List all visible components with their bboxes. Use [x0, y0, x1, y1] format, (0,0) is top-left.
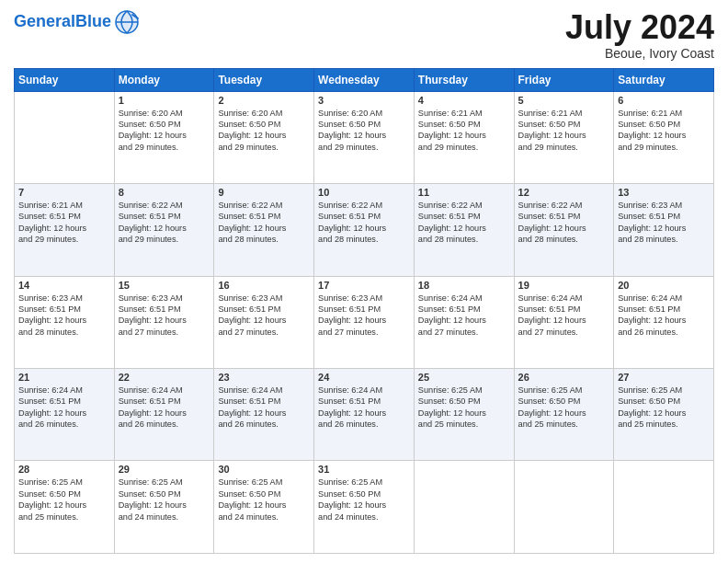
calendar-cell: 5Sunrise: 6:21 AM Sunset: 6:50 PM Daylig…: [514, 91, 614, 183]
day-content: Sunrise: 6:22 AM Sunset: 6:51 PM Dayligh…: [119, 200, 210, 246]
day-content: Sunrise: 6:24 AM Sunset: 6:51 PM Dayligh…: [218, 385, 310, 431]
title-area: July 2024 Beoue, Ivory Coast: [565, 9, 714, 61]
table-row: 14Sunrise: 6:23 AM Sunset: 6:51 PM Dayli…: [15, 276, 714, 368]
day-number: 26: [518, 372, 610, 383]
day-content: Sunrise: 6:24 AM Sunset: 6:51 PM Dayligh…: [318, 385, 410, 431]
day-content: Sunrise: 6:23 AM Sunset: 6:51 PM Dayligh…: [318, 293, 410, 339]
day-number: 3: [318, 95, 410, 106]
calendar-cell: 21Sunrise: 6:24 AM Sunset: 6:51 PM Dayli…: [15, 369, 115, 461]
day-number: 7: [18, 187, 110, 198]
day-number: 16: [218, 280, 310, 291]
day-number: 30: [218, 464, 310, 475]
day-number: 20: [618, 280, 710, 291]
logo-icon: [114, 9, 140, 35]
calendar-cell: 30Sunrise: 6:25 AM Sunset: 6:50 PM Dayli…: [214, 461, 314, 554]
day-number: 28: [18, 464, 110, 475]
day-number: 27: [618, 372, 710, 383]
day-number: 2: [218, 95, 310, 106]
day-number: 9: [218, 187, 310, 198]
calendar-cell: 6Sunrise: 6:21 AM Sunset: 6:50 PM Daylig…: [614, 91, 714, 183]
col-saturday: Saturday: [614, 68, 714, 91]
calendar-cell: 3Sunrise: 6:20 AM Sunset: 6:50 PM Daylig…: [314, 91, 415, 183]
col-tuesday: Tuesday: [214, 68, 314, 91]
day-number: 31: [318, 464, 410, 475]
day-number: 12: [518, 187, 610, 198]
day-number: 21: [18, 372, 110, 383]
calendar-cell: 25Sunrise: 6:25 AM Sunset: 6:50 PM Dayli…: [414, 369, 514, 461]
logo-blue: Blue: [75, 12, 111, 30]
calendar-header-row: Sunday Monday Tuesday Wednesday Thursday…: [15, 68, 714, 91]
day-number: 24: [318, 372, 410, 383]
day-content: Sunrise: 6:24 AM Sunset: 6:51 PM Dayligh…: [618, 293, 710, 339]
calendar-cell: 10Sunrise: 6:22 AM Sunset: 6:51 PM Dayli…: [314, 184, 415, 276]
calendar-cell: 14Sunrise: 6:23 AM Sunset: 6:51 PM Dayli…: [15, 276, 115, 368]
day-content: Sunrise: 6:22 AM Sunset: 6:51 PM Dayligh…: [418, 200, 510, 246]
location: Beoue, Ivory Coast: [565, 46, 714, 61]
day-number: 25: [418, 372, 510, 383]
day-number: 29: [119, 464, 210, 475]
calendar-cell: 23Sunrise: 6:24 AM Sunset: 6:51 PM Dayli…: [214, 369, 314, 461]
calendar-cell: 4Sunrise: 6:21 AM Sunset: 6:50 PM Daylig…: [414, 91, 514, 183]
calendar-cell: [514, 461, 614, 554]
day-content: Sunrise: 6:24 AM Sunset: 6:51 PM Dayligh…: [18, 385, 110, 431]
day-content: Sunrise: 6:22 AM Sunset: 6:51 PM Dayligh…: [318, 200, 410, 246]
calendar-cell: [414, 461, 514, 554]
calendar-cell: 11Sunrise: 6:22 AM Sunset: 6:51 PM Dayli…: [414, 184, 514, 276]
day-content: Sunrise: 6:21 AM Sunset: 6:51 PM Dayligh…: [18, 200, 110, 246]
month-title: July 2024: [565, 9, 714, 46]
col-thursday: Thursday: [414, 68, 514, 91]
day-content: Sunrise: 6:23 AM Sunset: 6:51 PM Dayligh…: [618, 200, 710, 246]
calendar-cell: [15, 91, 115, 183]
col-sunday: Sunday: [15, 68, 115, 91]
calendar-cell: 13Sunrise: 6:23 AM Sunset: 6:51 PM Dayli…: [614, 184, 714, 276]
calendar-cell: 26Sunrise: 6:25 AM Sunset: 6:50 PM Dayli…: [514, 369, 614, 461]
calendar-table: Sunday Monday Tuesday Wednesday Thursday…: [14, 68, 714, 554]
calendar-cell: 2Sunrise: 6:20 AM Sunset: 6:50 PM Daylig…: [214, 91, 314, 183]
day-content: Sunrise: 6:25 AM Sunset: 6:50 PM Dayligh…: [518, 385, 610, 431]
table-row: 28Sunrise: 6:25 AM Sunset: 6:50 PM Dayli…: [15, 461, 714, 554]
day-number: 11: [418, 187, 510, 198]
day-number: 6: [618, 95, 710, 106]
day-content: Sunrise: 6:20 AM Sunset: 6:50 PM Dayligh…: [119, 108, 210, 154]
day-content: Sunrise: 6:25 AM Sunset: 6:50 PM Dayligh…: [218, 477, 310, 523]
calendar-cell: 7Sunrise: 6:21 AM Sunset: 6:51 PM Daylig…: [15, 184, 115, 276]
calendar-cell: 27Sunrise: 6:25 AM Sunset: 6:50 PM Dayli…: [614, 369, 714, 461]
day-content: Sunrise: 6:20 AM Sunset: 6:50 PM Dayligh…: [318, 108, 410, 154]
calendar-cell: 16Sunrise: 6:23 AM Sunset: 6:51 PM Dayli…: [214, 276, 314, 368]
day-number: 10: [318, 187, 410, 198]
day-number: 19: [518, 280, 610, 291]
calendar-cell: 18Sunrise: 6:24 AM Sunset: 6:51 PM Dayli…: [414, 276, 514, 368]
day-content: Sunrise: 6:22 AM Sunset: 6:51 PM Dayligh…: [518, 200, 610, 246]
day-content: Sunrise: 6:21 AM Sunset: 6:50 PM Dayligh…: [518, 108, 610, 154]
page: GeneralBlue July 2024 Beoue, Ivory Coast: [0, 0, 728, 563]
day-content: Sunrise: 6:25 AM Sunset: 6:50 PM Dayligh…: [318, 477, 410, 523]
calendar-cell: 28Sunrise: 6:25 AM Sunset: 6:50 PM Dayli…: [15, 461, 115, 554]
calendar-cell: 1Sunrise: 6:20 AM Sunset: 6:50 PM Daylig…: [114, 91, 214, 183]
day-number: 22: [119, 372, 210, 383]
day-content: Sunrise: 6:23 AM Sunset: 6:51 PM Dayligh…: [18, 293, 110, 339]
day-number: 1: [119, 95, 210, 106]
day-number: 15: [119, 280, 210, 291]
day-number: 8: [119, 187, 210, 198]
calendar-cell: [614, 461, 714, 554]
header: GeneralBlue July 2024 Beoue, Ivory Coast: [14, 9, 714, 61]
calendar-cell: 19Sunrise: 6:24 AM Sunset: 6:51 PM Dayli…: [514, 276, 614, 368]
day-content: Sunrise: 6:22 AM Sunset: 6:51 PM Dayligh…: [218, 200, 310, 246]
col-friday: Friday: [514, 68, 614, 91]
calendar-cell: 29Sunrise: 6:25 AM Sunset: 6:50 PM Dayli…: [114, 461, 214, 554]
calendar-cell: 20Sunrise: 6:24 AM Sunset: 6:51 PM Dayli…: [614, 276, 714, 368]
day-content: Sunrise: 6:23 AM Sunset: 6:51 PM Dayligh…: [218, 293, 310, 339]
day-content: Sunrise: 6:23 AM Sunset: 6:51 PM Dayligh…: [119, 293, 210, 339]
calendar-cell: 8Sunrise: 6:22 AM Sunset: 6:51 PM Daylig…: [114, 184, 214, 276]
day-content: Sunrise: 6:25 AM Sunset: 6:50 PM Dayligh…: [18, 477, 110, 523]
table-row: 1Sunrise: 6:20 AM Sunset: 6:50 PM Daylig…: [15, 91, 714, 183]
logo: GeneralBlue: [14, 9, 140, 35]
day-number: 13: [618, 187, 710, 198]
col-monday: Monday: [114, 68, 214, 91]
day-number: 4: [418, 95, 510, 106]
calendar-cell: 31Sunrise: 6:25 AM Sunset: 6:50 PM Dayli…: [314, 461, 415, 554]
day-content: Sunrise: 6:20 AM Sunset: 6:50 PM Dayligh…: [218, 108, 310, 154]
day-content: Sunrise: 6:25 AM Sunset: 6:50 PM Dayligh…: [618, 385, 710, 431]
day-content: Sunrise: 6:25 AM Sunset: 6:50 PM Dayligh…: [119, 477, 210, 523]
day-number: 5: [518, 95, 610, 106]
